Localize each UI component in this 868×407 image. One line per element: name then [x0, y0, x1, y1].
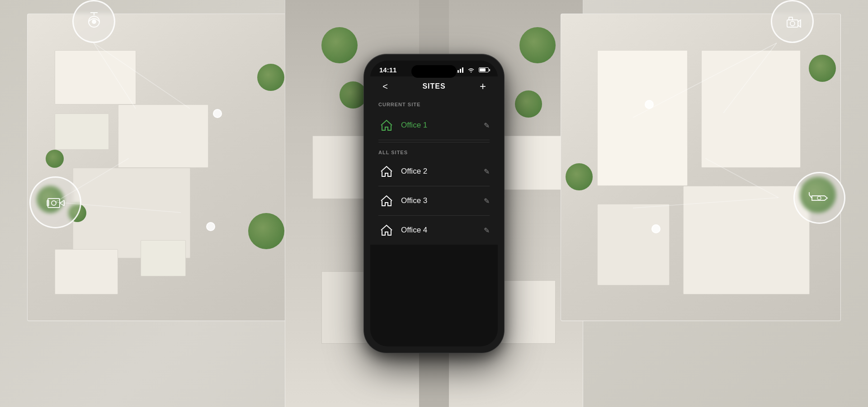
- phone-wrapper: 14:11: [364, 54, 504, 353]
- building: [118, 104, 208, 168]
- camera-mid-right: [793, 172, 845, 224]
- location-dot: [206, 222, 215, 231]
- nav-bar: < SITES +: [370, 76, 498, 96]
- building: [597, 50, 688, 186]
- svg-line-10: [60, 200, 64, 203]
- site-item-0[interactable]: Office 2 ✎: [378, 157, 490, 186]
- tree: [566, 163, 593, 190]
- status-icons: [455, 67, 489, 73]
- current-site-icon: [378, 117, 395, 133]
- building: [683, 186, 810, 294]
- site-edit-1[interactable]: ✎: [479, 197, 490, 205]
- svg-point-13: [817, 196, 821, 200]
- back-button[interactable]: <: [378, 81, 392, 92]
- tree: [519, 27, 556, 63]
- nav-title: SITES: [422, 82, 445, 90]
- site-edit-0[interactable]: ✎: [479, 167, 490, 176]
- svg-rect-7: [48, 199, 60, 208]
- camera-top-left: [72, 0, 115, 43]
- svg-point-5: [790, 21, 795, 26]
- phone: 14:11: [364, 54, 504, 353]
- svg-line-11: [60, 203, 64, 206]
- box-camera-icon: [44, 191, 67, 214]
- current-site-item[interactable]: Office 1 ✎: [378, 111, 490, 140]
- site-name-2: Office 4: [401, 226, 479, 235]
- left-aerial-panel: [27, 14, 294, 321]
- dome-camera-icon-2: [783, 12, 802, 32]
- site-icon-1: [378, 193, 395, 209]
- current-site-edit-icon[interactable]: ✎: [479, 121, 490, 130]
- dynamic-island: [411, 65, 457, 78]
- current-site-label: CURRENT SITE: [378, 96, 490, 111]
- site-name-0: Office 2: [401, 167, 479, 176]
- tree: [515, 90, 542, 118]
- location-dot: [213, 109, 222, 118]
- phone-screen: 14:11: [370, 61, 498, 346]
- building: [141, 240, 186, 276]
- signal-bar-3: [460, 69, 461, 73]
- site-edit-2[interactable]: ✎: [479, 226, 490, 235]
- svg-rect-6: [789, 17, 793, 20]
- battery-icon: [479, 67, 489, 72]
- svg-point-8: [52, 201, 56, 205]
- signal-bar-4: [462, 67, 463, 73]
- house-icon-0: [380, 166, 393, 177]
- tree: [340, 81, 367, 109]
- building: [597, 204, 670, 285]
- site-item-1[interactable]: Office 3 ✎: [378, 186, 490, 216]
- bullet-camera-icon: [808, 187, 831, 209]
- tree: [46, 150, 64, 168]
- camera-mid-left: [29, 176, 81, 228]
- add-site-button[interactable]: +: [476, 81, 490, 92]
- location-dot: [645, 100, 654, 109]
- status-time: 14:11: [379, 66, 396, 74]
- camera-top-right: [771, 0, 814, 43]
- building: [701, 50, 801, 168]
- screen-content: CURRENT SITE Office 1 ✎ ALL SITES: [370, 96, 498, 245]
- right-aerial-panel: [561, 14, 841, 321]
- battery-fill: [480, 68, 486, 71]
- tree: [248, 213, 284, 249]
- all-sites-label: ALL SITES: [378, 142, 490, 157]
- building: [55, 114, 109, 150]
- house-icon-active: [380, 119, 393, 131]
- svg-point-1: [92, 19, 96, 24]
- house-icon-2: [380, 224, 393, 236]
- tree: [257, 64, 284, 91]
- dome-camera-icon: [84, 12, 104, 32]
- building: [55, 249, 118, 294]
- tree: [809, 55, 836, 82]
- tree: [321, 27, 358, 63]
- site-name-1: Office 3: [401, 196, 479, 205]
- house-icon-1: [380, 195, 393, 207]
- site-item-2[interactable]: Office 4 ✎: [378, 216, 490, 245]
- location-dot: [651, 224, 660, 233]
- site-icon-2: [378, 222, 395, 238]
- wifi-icon: [467, 67, 475, 73]
- building: [55, 50, 136, 104]
- site-icon-0: [378, 163, 395, 180]
- signal-bar-2: [458, 70, 459, 73]
- current-site-name: Office 1: [401, 121, 479, 130]
